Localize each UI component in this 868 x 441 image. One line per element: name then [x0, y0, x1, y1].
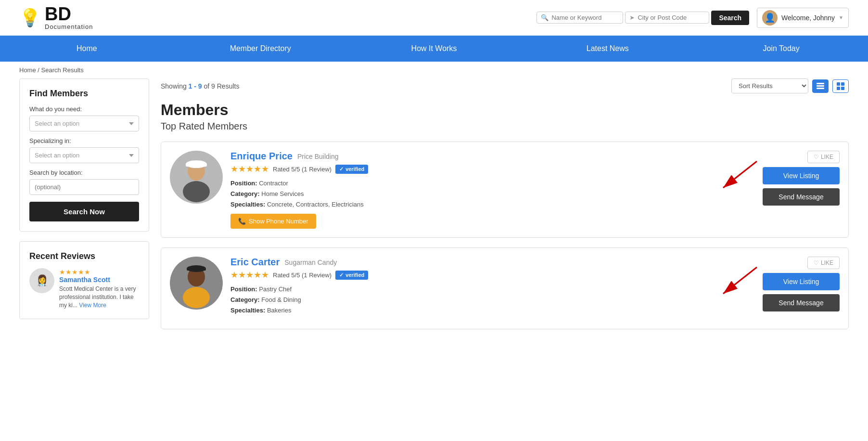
- member-name[interactable]: Eric Carter: [230, 257, 280, 268]
- rating-row: ★★★★★ Rated 5/5 (1 Review) ✓ verified: [230, 270, 755, 280]
- member-actions: ♡ LIKE View Listing Send Message: [763, 257, 840, 311]
- location-icon: ➤: [629, 14, 635, 21]
- heart-icon: ♡: [814, 154, 819, 160]
- results-header: Showing 1 - 9 of 9 Results Sort Results …: [161, 78, 849, 93]
- member-details: Position: Pastry Chef Category: Food & D…: [230, 284, 755, 316]
- breadcrumb: Home / Search Results: [0, 62, 868, 78]
- breadcrumb-current: Search Results: [41, 66, 84, 74]
- member-photo: [170, 151, 223, 204]
- location-field[interactable]: [29, 179, 139, 195]
- member-details: Position: Contractor Category: Home Serv…: [230, 178, 755, 210]
- content-area: Showing 1 - 9 of 9 Results Sort Results …: [161, 78, 849, 339]
- view-listing-button[interactable]: View Listing: [763, 167, 840, 184]
- search-icon: 🔍: [541, 14, 549, 21]
- reviewer-name[interactable]: Samantha Scott: [59, 276, 139, 284]
- sidebar: Find Members What do you need: Select an…: [19, 78, 149, 329]
- location-label: Search by location:: [29, 169, 139, 176]
- member-stars: ★★★★★: [230, 270, 269, 280]
- verified-badge: ✓ verified: [335, 165, 368, 174]
- logo-text: BD Documentation: [45, 5, 93, 30]
- recent-reviews-title: Recent Reviews: [29, 251, 139, 261]
- section-subtitle: Top Rated Members: [161, 121, 849, 132]
- view-more-link[interactable]: View More: [79, 302, 106, 309]
- rating-text: Rated 5/5 (1 Review): [273, 272, 332, 279]
- member-name-row: Eric Carter Sugarman Candy: [230, 257, 755, 268]
- member-name-row: Enrique Price Price Building: [230, 151, 755, 162]
- logo-bd: BD: [45, 5, 93, 23]
- rating-row: ★★★★★ Rated 5/5 (1 Review) ✓ verified: [230, 164, 755, 174]
- svg-point-9: [183, 287, 210, 308]
- chevron-down-icon: ▼: [839, 15, 843, 20]
- like-button[interactable]: ♡ LIKE: [807, 151, 840, 163]
- search-bar: 🔍 ➤ Search: [536, 11, 749, 25]
- list-view-button[interactable]: [812, 79, 829, 93]
- logo-icon: 💡: [19, 9, 41, 26]
- results-range: 1 - 9: [189, 82, 202, 90]
- grid-view-icon: [837, 82, 844, 90]
- header-right: 🔍 ➤ Search 👤 Welcome, Johnny ▼: [536, 8, 849, 28]
- grid-view-button[interactable]: [832, 79, 849, 93]
- review-text: Scott Medical Center is a very professio…: [59, 285, 139, 309]
- what-label: What do you need:: [29, 105, 139, 113]
- nav-item-member-directory[interactable]: Member Directory: [174, 36, 347, 62]
- member-card: Enrique Price Price Building ★★★★★ Rated…: [161, 142, 849, 238]
- review-item: 👩‍⚕️ ★★★★★ Samantha Scott Scott Medical …: [29, 268, 139, 309]
- section-title: Members: [161, 101, 849, 119]
- view-listing-button[interactable]: View Listing: [763, 273, 840, 290]
- location-input-wrap: ➤: [625, 12, 709, 24]
- member-company: Sugarman Candy: [284, 259, 337, 266]
- navbar: Home Member Directory How It Works Lates…: [0, 36, 868, 62]
- send-message-button[interactable]: Send Message: [763, 188, 840, 206]
- keyword-input[interactable]: [551, 14, 619, 21]
- heart-icon: ♡: [814, 259, 819, 266]
- logo-doc: Documentation: [45, 23, 93, 30]
- send-message-button[interactable]: Send Message: [763, 294, 840, 311]
- list-view-icon: [817, 82, 824, 90]
- svg-point-2: [183, 181, 210, 202]
- main-layout: Find Members What do you need: Select an…: [0, 78, 868, 358]
- keyword-input-wrap: 🔍: [536, 12, 623, 24]
- member-actions: ♡ LIKE View Listing Send Message: [763, 151, 840, 206]
- show-phone-button[interactable]: 📞 Show Phone Number: [230, 214, 316, 229]
- find-members-card: Find Members What do you need: Select an…: [19, 78, 149, 232]
- check-icon: ✓: [339, 272, 344, 278]
- review-content: ★★★★★ Samantha Scott Scott Medical Cente…: [59, 268, 139, 309]
- spec-select[interactable]: Select an option: [29, 147, 139, 163]
- user-greeting-text: Welcome, Johnny: [781, 14, 835, 22]
- user-greeting[interactable]: 👤 Welcome, Johnny ▼: [757, 8, 849, 28]
- location-input[interactable]: [638, 14, 705, 21]
- member-stars: ★★★★★: [230, 164, 269, 174]
- search-now-button[interactable]: Search Now: [29, 202, 139, 221]
- breadcrumb-home[interactable]: Home: [19, 66, 36, 74]
- nav-item-how-it-works[interactable]: How It Works: [347, 36, 521, 62]
- spec-label: Specializing in:: [29, 137, 139, 144]
- member-name[interactable]: Enrique Price: [230, 151, 293, 162]
- member-info: Eric Carter Sugarman Candy ★★★★★ Rated 5…: [230, 257, 755, 320]
- like-button[interactable]: ♡ LIKE: [807, 257, 840, 269]
- breadcrumb-separator: /: [38, 66, 41, 74]
- what-select[interactable]: Select an option: [29, 116, 139, 131]
- results-count: Showing 1 - 9 of 9 Results: [161, 82, 239, 90]
- sort-select[interactable]: Sort Results Name A-Z Name Z-A Highest R…: [731, 78, 808, 93]
- review-stars: ★★★★★: [59, 268, 139, 276]
- header: 💡 BD Documentation 🔍 ➤ Search 👤 Welcome,…: [0, 0, 868, 36]
- sort-controls: Sort Results Name A-Z Name Z-A Highest R…: [731, 78, 849, 93]
- logo: 💡 BD Documentation: [19, 5, 93, 30]
- nav-item-join-today[interactable]: Join Today: [694, 36, 868, 62]
- avatar: 👤: [762, 10, 778, 26]
- member-info: Enrique Price Price Building ★★★★★ Rated…: [230, 151, 755, 229]
- member-photo: [170, 257, 223, 310]
- check-icon: ✓: [339, 166, 344, 172]
- nav-item-latest-news[interactable]: Latest News: [521, 36, 694, 62]
- recent-reviews-card: Recent Reviews 👩‍⚕️ ★★★★★ Samantha Scott…: [19, 241, 149, 319]
- reviewer-avatar: 👩‍⚕️: [29, 268, 54, 293]
- member-card: Eric Carter Sugarman Candy ★★★★★ Rated 5…: [161, 247, 849, 329]
- header-search-button[interactable]: Search: [711, 11, 749, 25]
- phone-icon: 📞: [238, 218, 246, 225]
- rating-text: Rated 5/5 (1 Review): [273, 166, 332, 173]
- verified-badge: ✓ verified: [335, 271, 368, 280]
- find-members-title: Find Members: [29, 89, 139, 99]
- member-company: Price Building: [297, 153, 339, 160]
- svg-rect-11: [187, 268, 206, 271]
- nav-item-home[interactable]: Home: [0, 36, 174, 62]
